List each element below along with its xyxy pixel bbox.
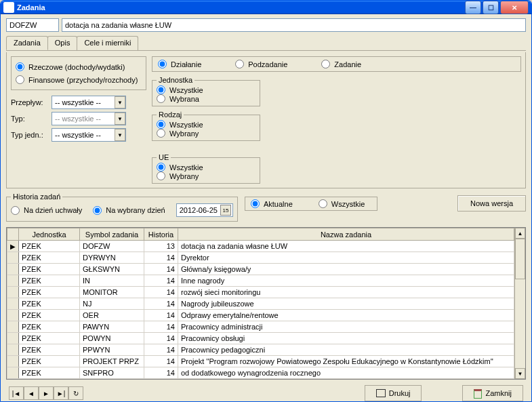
- table-row[interactable]: PZEKPROJEKT PRPZ14Projekt ''Program rozw…: [7, 356, 514, 367]
- radio-jedn-sel[interactable]: Wybrana: [157, 94, 255, 103]
- table-row[interactable]: PZEKOER14Odprawy emerytalne/rentowe: [7, 310, 514, 321]
- status-filter: Aktualne Wszystkie: [245, 197, 377, 211]
- maximize-button[interactable]: ☐: [483, 1, 499, 14]
- typ-label: Typ:: [11, 115, 49, 123]
- tab-strip: Zadania Opis Cele i mierniki: [6, 36, 526, 51]
- chevron-down-icon[interactable]: ▼: [115, 96, 125, 108]
- row-selector-icon: ▶: [10, 243, 16, 250]
- table-row[interactable]: PZEKMONITOR14rozwój sieci monitoringu: [7, 287, 514, 298]
- scrollbar[interactable]: ▲ ▼: [514, 228, 525, 379]
- desc-field[interactable]: [62, 18, 526, 32]
- nav-prev-icon[interactable]: ◄: [24, 386, 39, 400]
- filter-panel: Rzeczowe (dochody/wydatki) Finansowe (pr…: [6, 52, 526, 188]
- col-historia[interactable]: Historia: [144, 228, 178, 241]
- table-row[interactable]: ▶PZEKDOFZW13dotacja na zadania własne ŁU…: [7, 241, 514, 252]
- typ-combo[interactable]: ▼: [52, 112, 126, 125]
- radio-jedn-all[interactable]: Wszystkie: [157, 85, 255, 94]
- col-symbol[interactable]: Symbol zadania: [80, 228, 144, 241]
- table-row[interactable]: PZEKNJ14Nagrody jubileuszowe: [7, 298, 514, 310]
- radio-zadanie[interactable]: Zadanie: [321, 60, 368, 68]
- history-group: Historia zadań Na dzień uchwały Na wybra…: [6, 193, 238, 222]
- scope-radio-group: Działanie Podzadanie Zadanie: [152, 56, 521, 72]
- tab-cele[interactable]: Cele i mierniki: [77, 36, 138, 50]
- radio-rodzaj-all[interactable]: Wszystkie: [157, 120, 255, 129]
- radio-finansowe[interactable]: Finansowe (przychody/rozchody): [16, 75, 142, 84]
- nav-last-icon[interactable]: ►|: [54, 386, 68, 400]
- record-nav: |◄ ◄ ► ►| ↻: [9, 386, 83, 400]
- window-title: Zadania: [17, 3, 465, 12]
- radio-ue-sel[interactable]: Wybrany: [157, 172, 255, 180]
- nav-refresh-icon[interactable]: ↻: [68, 386, 83, 400]
- radio-wszystkie[interactable]: Wszystkie: [319, 199, 372, 208]
- chevron-down-icon[interactable]: ▼: [115, 129, 125, 141]
- window: Zadania — ☐ ✕ Zadania Opis Cele i mierni…: [0, 0, 532, 402]
- nav-next-icon[interactable]: ►: [39, 386, 54, 400]
- col-nazwa[interactable]: Nazwa zadania: [178, 228, 514, 241]
- rodzaj-group: Rodzaj Wszystkie Wybrany: [152, 110, 260, 141]
- table-row[interactable]: PZEKPPWYN14Pracownicy pedagogiczni: [7, 344, 514, 356]
- titlebar: Zadania — ☐ ✕: [1, 1, 531, 14]
- nav-first-icon[interactable]: |◄: [9, 386, 24, 400]
- typjedn-label: Typ jedn.:: [11, 131, 49, 139]
- exit-icon: [474, 389, 482, 397]
- date-field[interactable]: 2012-06-25 15: [176, 203, 233, 217]
- tasks-table: Jednostka Symbol zadania Historia Nazwa …: [6, 227, 526, 380]
- radio-wybrany-dzien[interactable]: Na wybrany dzień: [93, 206, 171, 215]
- przeplyw-label: Przepływ:: [11, 98, 49, 106]
- radio-dzialanie[interactable]: Działanie: [158, 60, 208, 68]
- nowa-wersja-button[interactable]: Nowa wersja: [457, 195, 526, 212]
- code-field[interactable]: [6, 18, 59, 32]
- radio-ue-all[interactable]: Wszystkie: [157, 163, 255, 172]
- table-row[interactable]: PZEKPAWYN14Pracownicy administracji: [7, 321, 514, 333]
- drukuj-button[interactable]: Drukuj: [365, 385, 422, 401]
- radio-rodzaj-sel[interactable]: Wybrany: [157, 129, 255, 138]
- table-row[interactable]: PZEKSNFPRO14od dodatkowego wynagrodzenia…: [7, 367, 514, 379]
- table-row[interactable]: PZEKDYRWYN14Dyrektor: [7, 252, 514, 264]
- radio-podzadanie[interactable]: Podzadanie: [235, 60, 294, 68]
- table-row[interactable]: PZEKIN14Inne nagrody: [7, 275, 514, 287]
- printer-icon: [376, 389, 386, 397]
- close-button[interactable]: ✕: [500, 1, 529, 14]
- chevron-down-icon[interactable]: ▼: [115, 113, 125, 125]
- typjedn-combo[interactable]: ▼: [52, 128, 126, 142]
- scroll-up-icon[interactable]: ▲: [515, 228, 525, 239]
- table-row[interactable]: PZEKPOWYN14Pracownicy obsługi: [7, 333, 514, 344]
- col-jednostka[interactable]: Jednostka: [19, 228, 80, 241]
- radio-aktualne[interactable]: Aktualne: [251, 199, 300, 208]
- table-row[interactable]: PZEKGŁKSWYN14Główna/y księgowa/y: [7, 264, 514, 275]
- calendar-icon[interactable]: 15: [220, 205, 231, 216]
- jednostka-group: Jednostka Wszystkie Wybrana: [152, 76, 260, 106]
- tab-zadania[interactable]: Zadania: [6, 36, 48, 50]
- radio-uchwaly[interactable]: Na dzień uchwały: [11, 206, 89, 215]
- zamknij-button[interactable]: Zamknij: [462, 385, 523, 401]
- przeplyw-combo[interactable]: ▼: [52, 96, 126, 109]
- scroll-down-icon[interactable]: ▼: [515, 368, 525, 379]
- scroll-thumb[interactable]: [515, 239, 525, 279]
- minimize-button[interactable]: —: [465, 1, 481, 14]
- radio-rzeczowe[interactable]: Rzeczowe (dochody/wydatki): [16, 62, 142, 71]
- app-icon: [3, 2, 14, 13]
- tab-opis[interactable]: Opis: [47, 36, 78, 50]
- ue-group: UE Wszystkie Wybrany: [152, 153, 260, 184]
